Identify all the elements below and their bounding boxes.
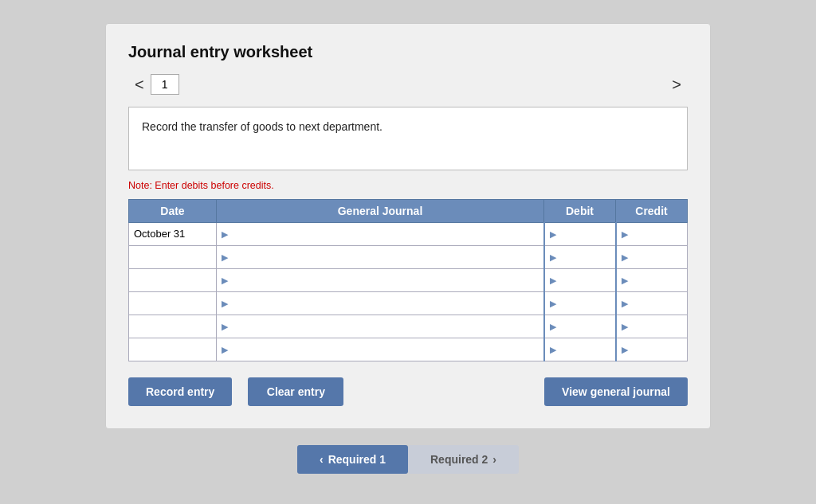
credit-arrow-0: ▶: [622, 229, 628, 240]
journal-cell-4: ▶: [217, 315, 544, 338]
date-input-2[interactable]: [134, 271, 211, 290]
journal-input-3[interactable]: [231, 294, 532, 313]
credit-cell-4: ▶: [616, 315, 688, 338]
journal-input-5[interactable]: [231, 340, 532, 359]
col-header-debit: Debit: [544, 199, 616, 222]
debit-cell-0: ▶: [544, 222, 616, 245]
credit-arrow-2: ▶: [622, 275, 628, 286]
journal-input-0[interactable]: [231, 225, 532, 244]
date-cell-5: [129, 338, 217, 361]
debit-arrow-2: ▶: [550, 275, 556, 286]
tab-required2[interactable]: Required 2 ›: [408, 445, 519, 474]
journal-cell-1: ▶: [217, 245, 544, 268]
col-header-credit: Credit: [616, 199, 688, 222]
date-cell-4: [129, 315, 217, 338]
clear-entry-button[interactable]: Clear entry: [248, 377, 343, 406]
debit-cell-3: ▶: [544, 291, 616, 315]
arrow-indicator-3: ▶: [222, 299, 228, 309]
debit-cell-1: ▶: [544, 245, 616, 268]
buttons-row: Record entry Clear entry View general jo…: [128, 377, 688, 406]
debit-cell-4: ▶: [544, 315, 616, 338]
table-row: ▶▶▶: [129, 245, 688, 268]
credit-input-1[interactable]: [631, 248, 680, 267]
arrow-indicator-1: ▶: [222, 252, 228, 263]
bottom-tabs: ‹ Required 1 Required 2 ›: [297, 445, 519, 474]
tab1-label: Required 1: [328, 453, 386, 466]
credit-input-2[interactable]: [631, 271, 680, 290]
date-cell-2: [129, 268, 217, 291]
instruction-text: Record the transfer of goods to next dep…: [142, 120, 382, 133]
tab1-arrow-left: ‹: [320, 453, 324, 466]
debit-input-0[interactable]: [559, 225, 607, 244]
arrow-indicator-2: ▶: [222, 275, 228, 286]
col-header-date: Date: [129, 199, 217, 222]
date-cell-1: [129, 245, 217, 268]
journal-cell-2: ▶: [217, 268, 544, 291]
page-title: Journal entry worksheet: [128, 43, 688, 61]
credit-arrow-4: ▶: [622, 322, 628, 332]
arrow-indicator-0: ▶: [222, 229, 228, 240]
instruction-box: Record the transfer of goods to next dep…: [128, 107, 688, 170]
date-input-5[interactable]: [134, 340, 211, 359]
date-input-1[interactable]: [134, 248, 211, 267]
journal-cell-0: ▶: [217, 222, 544, 245]
debit-input-5[interactable]: [559, 340, 607, 359]
journal-table: Date General Journal Debit Credit Octobe…: [128, 199, 688, 361]
arrow-indicator-5: ▶: [222, 345, 228, 355]
debit-arrow-0: ▶: [550, 229, 556, 240]
arrow-indicator-4: ▶: [222, 322, 228, 332]
credit-arrow-5: ▶: [622, 345, 628, 355]
tab2-arrow-right: ›: [492, 453, 496, 466]
credit-cell-3: ▶: [616, 291, 688, 315]
table-row: October 31▶▶▶: [129, 222, 688, 245]
prev-button[interactable]: <: [128, 74, 151, 96]
credit-input-5[interactable]: [631, 340, 680, 359]
journal-cell-3: ▶: [217, 291, 544, 315]
journal-cell-5: ▶: [217, 338, 544, 361]
view-general-journal-button[interactable]: View general journal: [544, 377, 688, 406]
tab-required1[interactable]: ‹ Required 1: [297, 445, 408, 474]
credit-input-4[interactable]: [631, 317, 680, 336]
credit-cell-5: ▶: [616, 338, 688, 361]
card: Journal entry worksheet < 1 > Record the…: [105, 23, 711, 429]
debit-arrow-3: ▶: [550, 299, 556, 309]
outer-wrapper: Journal entry worksheet < 1 > Record the…: [0, 7, 816, 498]
table-row: ▶▶▶: [129, 338, 688, 361]
debit-input-3[interactable]: [559, 294, 607, 313]
col-header-journal: General Journal: [217, 199, 544, 222]
credit-input-0[interactable]: [631, 225, 680, 244]
date-cell-3: [129, 291, 217, 315]
date-input-3[interactable]: [134, 294, 211, 313]
page-number: 1: [151, 74, 179, 95]
table-row: ▶▶▶: [129, 291, 688, 315]
debit-input-2[interactable]: [559, 271, 607, 290]
journal-input-4[interactable]: [231, 317, 532, 336]
credit-cell-0: ▶: [616, 222, 688, 245]
credit-input-3[interactable]: [631, 294, 680, 313]
date-input-4[interactable]: [134, 317, 211, 336]
credit-arrow-3: ▶: [622, 299, 628, 309]
journal-input-1[interactable]: [231, 248, 532, 267]
debit-arrow-4: ▶: [550, 322, 556, 332]
credit-arrow-1: ▶: [622, 252, 628, 263]
debit-cell-5: ▶: [544, 338, 616, 361]
table-row: ▶▶▶: [129, 315, 688, 338]
tab2-label: Required 2: [430, 453, 488, 466]
table-row: ▶▶▶: [129, 268, 688, 291]
date-cell-0: October 31: [129, 222, 217, 245]
note-text: Note: Enter debits before credits.: [128, 180, 688, 191]
credit-cell-2: ▶: [616, 268, 688, 291]
debit-input-4[interactable]: [559, 317, 607, 336]
record-entry-button[interactable]: Record entry: [128, 377, 232, 406]
journal-input-2[interactable]: [231, 271, 532, 290]
next-button[interactable]: >: [665, 74, 688, 96]
debit-input-1[interactable]: [559, 248, 607, 267]
credit-cell-1: ▶: [616, 245, 688, 268]
nav-row: < 1 >: [128, 74, 688, 96]
debit-arrow-5: ▶: [550, 345, 556, 355]
debit-cell-2: ▶: [544, 268, 616, 291]
debit-arrow-1: ▶: [550, 252, 556, 263]
